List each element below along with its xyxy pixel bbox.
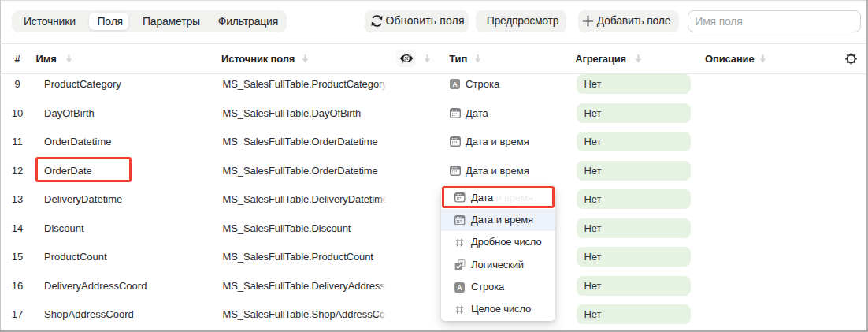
svg-text:A: A bbox=[458, 283, 463, 291]
svg-text:A: A bbox=[452, 80, 458, 88]
